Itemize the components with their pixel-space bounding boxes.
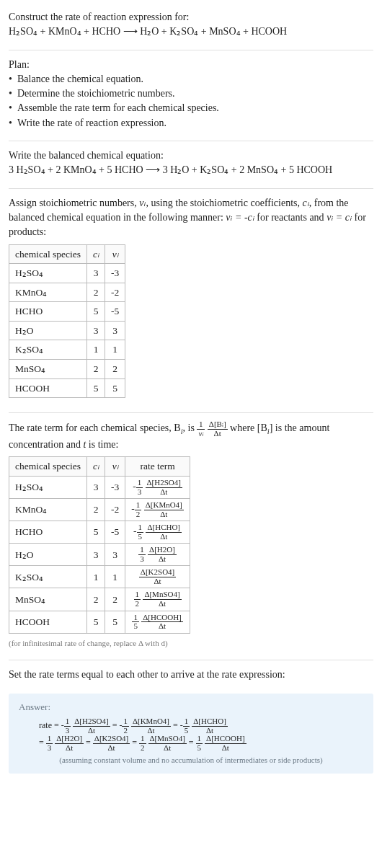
plan-item: •Write the rate of reaction expression. <box>9 116 373 130</box>
cell-nu: -2 <box>105 499 125 521</box>
cell-ci: 5 <box>87 521 105 544</box>
cell-ci: 1 <box>87 566 105 588</box>
plan-item: •Assemble the rate term for each chemica… <box>9 101 373 115</box>
delta-frac: Δ[Bᵢ]Δt <box>208 420 228 438</box>
table-row: KMnO₄2-2 <box>9 283 125 302</box>
assign-text: Assign stoichiometric numbers, νᵢ, using… <box>9 196 373 240</box>
cell-nu: -3 <box>105 264 125 283</box>
table-row: H₂O33 <box>9 321 125 340</box>
rel-react: νᵢ = -cᵢ <box>226 212 254 223</box>
cell-rate: Δ[K2SO4]Δt <box>125 566 190 588</box>
intro-section: Construct the rate of reaction expressio… <box>9 7 373 45</box>
frac: Δ[H2O]Δt <box>148 546 177 563</box>
divider <box>9 141 373 141</box>
cell-species: MnSO₄ <box>9 588 87 611</box>
plan-item: •Balance the chemical equation. <box>9 72 373 87</box>
frac: 13 <box>64 717 71 735</box>
cell-ci: 3 <box>87 477 105 499</box>
table-row: K₂SO₄11 <box>9 340 125 360</box>
col-rate: rate term <box>125 457 190 477</box>
balanced-title: Write the balanced chemical equation: <box>9 149 373 163</box>
bullet-icon: • <box>9 87 17 101</box>
cell-nu: 3 <box>105 321 125 340</box>
cell-ci: 5 <box>87 378 105 398</box>
table-row: K₂SO₄11Δ[K2SO4]Δt <box>9 566 190 588</box>
table-header-row: chemical species cᵢ νᵢ <box>9 244 125 264</box>
table-row: MnSO₄2212 Δ[MnSO4]Δt <box>9 588 190 611</box>
arrow-icon: ⟶ <box>123 26 138 37</box>
coef-frac: 1νᵢ <box>197 420 205 438</box>
frac: Δ[HCOOH]Δt <box>205 735 246 752</box>
table-row: KMnO₄2-2-12 Δ[KMnO4]Δt <box>9 499 190 521</box>
cell-species: HCOOH <box>9 611 87 633</box>
cell-nu: -5 <box>105 302 125 322</box>
frac: Δ[K2SO4]Δt <box>139 568 176 585</box>
frac: 15 <box>137 523 144 541</box>
answer-note: (assuming constant volume and no accumul… <box>19 755 363 766</box>
col-ci: cᵢ <box>87 244 105 264</box>
rate-term-text: The rate term for each chemical species,… <box>9 420 373 452</box>
rate-term-section: The rate term for each chemical species,… <box>9 417 373 655</box>
cell-ci: 3 <box>87 321 105 340</box>
infinitesimal-note: (for infinitesimal rate of change, repla… <box>9 638 373 650</box>
cell-ci: 2 <box>87 588 105 611</box>
frac: Δ[HCOOH]Δt <box>141 614 183 631</box>
rate-part1: The rate term for each chemical species,… <box>9 422 181 433</box>
cell-nu: 2 <box>105 588 125 611</box>
col-ci: cᵢ <box>87 457 105 477</box>
table-row: HCOOH55 <box>9 378 125 398</box>
table-row: HCHO5-5-15 Δ[HCHO]Δt <box>9 521 190 544</box>
col-nu: νᵢ <box>105 244 125 264</box>
cell-species: MnSO₄ <box>9 359 87 378</box>
frac-num: 1 <box>197 420 205 430</box>
cell-species: K₂SO₄ <box>9 340 87 360</box>
bullet-icon: • <box>9 101 17 115</box>
cell-species: KMnO₄ <box>9 283 87 302</box>
cell-species: HCHO <box>9 302 87 322</box>
frac: Δ[HCHO]Δt <box>146 523 182 541</box>
assign-part4: for reactants and <box>254 212 327 223</box>
answer-equation: rate = -13 Δ[H2SO4]Δt = -12 Δ[KMnO4]Δt =… <box>19 717 363 753</box>
cell-rate: 13 Δ[H2O]Δt <box>125 544 190 566</box>
table-header-row: chemical species cᵢ νᵢ rate term <box>9 457 190 477</box>
plan-item: •Determine the stoichiometric numbers. <box>9 87 373 101</box>
cell-rate: 15 Δ[HCOOH]Δt <box>125 611 190 633</box>
frac: 12 <box>139 735 146 752</box>
intro-eq-rhs: H₂O + K₂SO₄ + MnSO₄ + HCOOH <box>140 26 287 37</box>
cell-rate: -12 Δ[KMnO4]Δt <box>125 499 190 521</box>
divider <box>9 660 373 660</box>
rate-part5: is time: <box>86 439 118 450</box>
plan-item-text: Write the rate of reaction expression. <box>17 116 166 130</box>
frac: Δ[KMnO4]Δt <box>131 717 171 735</box>
cell-species: H₂O <box>9 321 87 340</box>
frac: 15 <box>196 735 203 752</box>
plan-item-text: Balance the chemical equation. <box>17 72 143 87</box>
answer-box: Answer: rate = -13 Δ[H2SO4]Δt = -12 Δ[KM… <box>9 694 373 774</box>
assign-section: Assign stoichiometric numbers, νᵢ, using… <box>9 193 373 408</box>
cell-nu: 5 <box>105 611 125 633</box>
balanced-equation: 3 H₂SO₄ + 2 KMnO₄ + 5 HCHO ⟶ 3 H₂O + K₂S… <box>9 163 373 177</box>
assign-part2: , using the stoichiometric coefficients, <box>146 198 302 208</box>
table-row: H₂O3313 Δ[H2O]Δt <box>9 544 190 566</box>
divider <box>9 412 373 413</box>
frac: Δ[HCHO]Δt <box>192 717 228 735</box>
cell-ci: 5 <box>87 302 105 322</box>
table-row: HCHO5-5 <box>9 302 125 322</box>
frac: 12 <box>122 717 129 735</box>
frac: Δ[K2SO4]Δt <box>93 735 130 752</box>
cell-nu: 1 <box>105 566 125 588</box>
rate-part2: , is <box>183 422 197 433</box>
divider <box>9 50 373 50</box>
frac: Δ[H2SO4]Δt <box>73 717 110 735</box>
plan-item-text: Assemble the rate term for each chemical… <box>17 101 219 115</box>
frac: Δ[H2SO4]Δt <box>146 479 182 496</box>
cell-nu: -2 <box>105 283 125 302</box>
frac-den: νᵢ <box>197 430 205 438</box>
table-row: HCOOH5515 Δ[HCOOH]Δt <box>9 611 190 633</box>
frac: 13 <box>136 479 143 496</box>
cell-ci: 3 <box>87 544 105 566</box>
cell-ci: 2 <box>87 359 105 378</box>
intro-equation: H₂SO₄ + KMnO₄ + HCHO ⟶ H₂O + K₂SO₄ + MnS… <box>9 25 373 39</box>
table-row: MnSO₄22 <box>9 359 125 378</box>
plan-title: Plan: <box>9 58 373 72</box>
